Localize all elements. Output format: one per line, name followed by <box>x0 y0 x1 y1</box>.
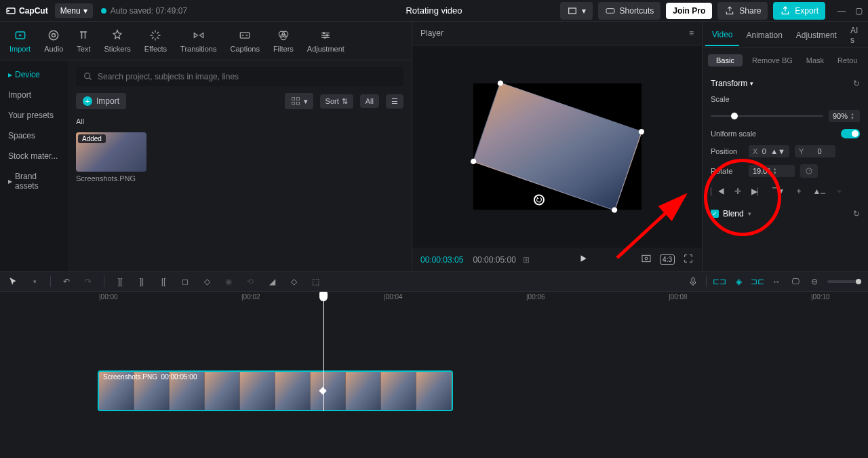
chevron-down-icon: ▾ <box>748 210 751 217</box>
rotate-handle[interactable] <box>532 193 545 206</box>
share-button[interactable]: Share <box>717 2 768 20</box>
tab-audio[interactable]: Audio <box>37 26 70 56</box>
resize-handle[interactable] <box>470 158 477 165</box>
search-input[interactable]: Search project, subjects in image, lines <box>76 67 403 86</box>
tab-text[interactable]: Text <box>70 26 97 56</box>
aspect-ratio-button[interactable]: 4:3 <box>660 254 675 265</box>
video-selection[interactable] <box>472 82 642 211</box>
timeline[interactable]: |00:00 |00:02 |00:04 |00:06 |00:08 |00:1… <box>0 292 868 411</box>
transform-section-title[interactable]: Transform▾ <box>711 79 753 88</box>
redo-icon[interactable]: ↷ <box>82 277 94 286</box>
reset-icon[interactable]: ↻ <box>853 79 860 88</box>
mic-icon[interactable] <box>687 276 699 287</box>
position-x-input[interactable]: X0▲▼ <box>749 145 789 157</box>
magnet-on-icon[interactable]: ⊏⊐ <box>713 277 726 286</box>
resize-handle[interactable] <box>611 206 618 213</box>
shortcuts-button[interactable]: Shortcuts <box>598 2 661 20</box>
position-y-input[interactable]: Y0 <box>795 145 835 157</box>
view-mode-button[interactable]: ▾ <box>285 93 313 109</box>
split-left-icon[interactable]: ]| <box>136 277 148 286</box>
svg-rect-17 <box>296 102 299 104</box>
tab-transitions[interactable]: Transitions <box>174 26 223 56</box>
play-button[interactable] <box>578 254 592 265</box>
menu-dropdown[interactable]: Menu ▾ <box>55 3 93 18</box>
tab-animation[interactable]: Animation <box>739 24 789 45</box>
crop-icon[interactable]: ◻ <box>179 277 191 286</box>
split-icon[interactable]: ][ <box>114 277 126 286</box>
rotate-value-input[interactable]: 19.0°▲▼ <box>749 165 795 177</box>
tab-adjustment[interactable]: Adjustment <box>300 26 351 56</box>
tab-effects[interactable]: Effects <box>138 26 174 56</box>
player-menu-icon[interactable]: ≡ <box>689 28 694 38</box>
sidebar-item-presets[interactable]: Your presets <box>0 105 68 126</box>
rotate-tool-icon[interactable]: ◇ <box>288 277 300 286</box>
zoom-out-icon[interactable]: ⊖ <box>808 277 821 286</box>
tab-import[interactable]: Import <box>3 26 37 56</box>
align-right-icon[interactable]: ▶⎸ <box>751 185 765 198</box>
category-all[interactable]: All <box>76 117 403 126</box>
scale-to-fit-icon[interactable] <box>641 253 652 266</box>
timeline-ruler[interactable]: |00:00 |00:02 |00:04 |00:06 |00:08 |00:1… <box>91 292 868 303</box>
blend-checkbox[interactable]: ✓ <box>711 210 719 218</box>
tab-adjustment-props[interactable]: Adjustment <box>789 24 844 45</box>
resize-handle[interactable] <box>496 79 503 86</box>
sidebar-item-stock[interactable]: Stock mater... <box>0 146 68 166</box>
playhead[interactable] <box>323 292 324 411</box>
subtab-retouch[interactable]: Retou <box>833 54 861 66</box>
scale-value[interactable]: 90%▲▼ <box>829 110 860 122</box>
blend-section[interactable]: ✓ Blend ▾ <box>711 209 751 218</box>
linked-icon[interactable]: ◈ <box>732 277 745 286</box>
align-left-icon[interactable]: ⎸◀ <box>711 185 724 198</box>
sidebar-item-device[interactable]: ▸Device <box>0 64 68 85</box>
sidebar-item-spaces[interactable]: Spaces <box>0 126 68 146</box>
sort-button[interactable]: Sort ⇅ <box>320 94 353 109</box>
timecode-icon[interactable]: ⊞ <box>523 255 530 265</box>
record-icon[interactable]: ◉ <box>222 277 235 286</box>
resize-handle[interactable] <box>637 128 644 135</box>
subtab-removebg[interactable]: Remove BG <box>748 54 797 66</box>
split-right-icon[interactable]: |[ <box>157 277 170 286</box>
monitor-icon[interactable]: 🖵 <box>789 277 802 286</box>
timeline-clip[interactable]: Screenshots.PNG 00:00:05:00 <box>98 370 453 411</box>
uniform-scale-toggle[interactable] <box>841 129 860 138</box>
align-center-v-icon[interactable]: + <box>792 185 806 198</box>
tab-ai[interactable]: AI s <box>844 19 865 50</box>
minimize-icon[interactable]: — <box>837 6 846 16</box>
align-top-icon[interactable]: ⎺▼ <box>772 185 785 198</box>
tab-captions[interactable]: Captions <box>223 26 266 56</box>
subtab-basic[interactable]: Basic <box>708 54 743 66</box>
aspect-button[interactable]: ▾ <box>560 2 593 20</box>
align-center-h-icon[interactable]: ✛ <box>731 185 745 198</box>
sidebar-item-brand[interactable]: ▸Brand assets <box>0 166 68 196</box>
reset-icon[interactable]: ↻ <box>853 209 860 218</box>
reverse-icon[interactable]: ⟲ <box>244 277 256 286</box>
freehand-crop-icon[interactable]: ⬚ <box>309 277 321 286</box>
align-other-icon[interactable]: ⫟ <box>833 185 846 198</box>
clip-label: Screenshots.PNG 00:00:05:00 <box>103 373 197 381</box>
scale-slider[interactable] <box>711 115 823 117</box>
export-button[interactable]: Export <box>773 2 825 20</box>
snap-icon[interactable]: ⊐⊏ <box>751 277 764 286</box>
align-bottom-icon[interactable]: ▲⎽ <box>812 185 826 198</box>
maximize-icon[interactable]: ▢ <box>855 6 863 16</box>
cursor-dropdown-icon[interactable]: ▾ <box>28 278 41 285</box>
tab-filters[interactable]: Filters <box>267 26 300 56</box>
cursor-tool-icon[interactable] <box>7 276 19 287</box>
mirror-icon[interactable]: ◢ <box>266 277 278 286</box>
shield-icon[interactable]: ◇ <box>201 277 213 286</box>
join-pro-button[interactable]: Join Pro <box>666 3 712 19</box>
player-canvas[interactable] <box>412 45 702 248</box>
media-thumbnail[interactable]: Added Screenshots.PNG <box>76 132 146 183</box>
rotate-dial[interactable] <box>800 164 818 178</box>
zoom-slider[interactable] <box>827 280 861 283</box>
fullscreen-icon[interactable] <box>683 253 694 266</box>
tab-video[interactable]: Video <box>705 23 739 46</box>
subtab-mask[interactable]: Mask <box>802 54 828 66</box>
sidebar-item-import[interactable]: Import <box>0 85 68 105</box>
split-screen-icon[interactable]: ↔ <box>770 277 783 286</box>
filter-all-button[interactable]: All <box>360 94 379 108</box>
tab-stickers[interactable]: Stickers <box>98 26 138 56</box>
filter-button[interactable]: ☰ <box>386 94 403 109</box>
undo-icon[interactable]: ↶ <box>60 277 73 286</box>
import-button[interactable]: + Import <box>76 93 126 109</box>
